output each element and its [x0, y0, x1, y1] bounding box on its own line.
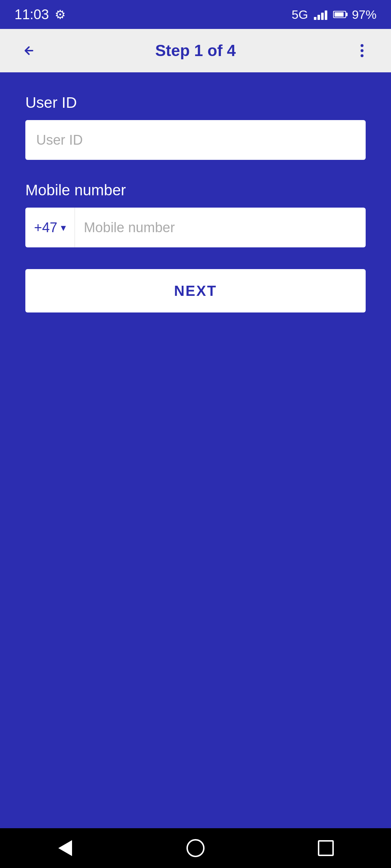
settings-icon: ⚙ — [55, 7, 66, 22]
mobile-input-container: +47 ▾ — [25, 208, 366, 247]
country-code-selector[interactable]: +47 ▾ — [25, 208, 75, 247]
more-dot — [361, 44, 363, 47]
user-id-label: User ID — [25, 94, 366, 111]
country-code-text: +47 — [34, 220, 57, 235]
status-bar-left: 11:03 ⚙ — [14, 7, 66, 22]
next-button[interactable]: NEXT — [25, 269, 366, 312]
next-button-label: NEXT — [174, 283, 217, 299]
more-dot — [361, 49, 363, 52]
signal-icon — [314, 9, 327, 20]
app-bar: Step 1 of 4 — [0, 29, 391, 72]
page-title: Step 1 of 4 — [43, 42, 348, 60]
nav-bar — [0, 828, 391, 868]
recents-square-icon — [318, 840, 334, 856]
mobile-number-input[interactable] — [75, 208, 366, 247]
user-id-input[interactable] — [25, 120, 366, 160]
mobile-number-label: Mobile number — [25, 182, 366, 199]
more-options-button[interactable] — [348, 36, 377, 65]
nav-home-button[interactable] — [181, 834, 210, 863]
network-label: 5G — [292, 8, 308, 22]
nav-back-button[interactable] — [51, 834, 80, 863]
home-circle-icon — [186, 839, 205, 857]
chevron-down-icon: ▾ — [61, 222, 66, 234]
battery-icon — [333, 11, 346, 18]
back-button[interactable] — [14, 36, 43, 65]
back-triangle-icon — [58, 840, 72, 856]
status-time: 11:03 — [14, 7, 49, 22]
main-content: User ID Mobile number +47 ▾ NEXT — [0, 72, 391, 828]
more-dot — [361, 54, 363, 57]
status-bar: 11:03 ⚙ 5G 97% — [0, 0, 391, 29]
battery-percentage: 97% — [352, 8, 377, 22]
status-bar-right: 5G 97% — [292, 8, 377, 22]
nav-recents-button[interactable] — [311, 834, 340, 863]
